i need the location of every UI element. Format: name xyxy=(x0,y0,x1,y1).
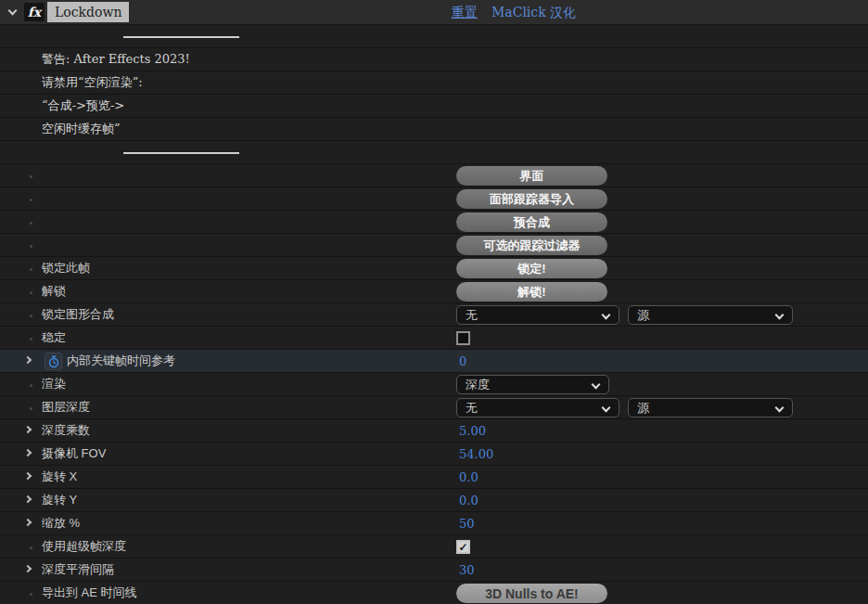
row-precompose: 预合成 xyxy=(0,211,868,234)
param-label: 内部关键帧时间参考 xyxy=(67,350,175,372)
warning-text: 请禁用“空闲渲染”: xyxy=(42,71,143,94)
warning-text: 警告: After Effects 2023! xyxy=(42,48,190,71)
effect-controls-panel: fx Lockdown 重置 MaClick 汉化 警告: After Effe… xyxy=(0,0,868,604)
row-tracking-filter: 可选的跟踪过滤器 xyxy=(0,234,868,257)
dropdown-value: 深度 xyxy=(466,377,490,393)
divider-row xyxy=(0,25,868,48)
param-label: 摄像机 FOV xyxy=(42,443,106,465)
row-marker-dot xyxy=(30,593,32,596)
expand-chevron-icon[interactable] xyxy=(25,427,32,433)
row-depth-smoothing-interval: 深度平滑间隔 30 xyxy=(0,559,868,582)
row-rotation-x: 旋转 X 0.0 xyxy=(0,466,868,489)
row-face-tracker-import: 面部跟踪器导入 xyxy=(0,187,868,211)
expand-chevron-icon[interactable] xyxy=(25,496,32,503)
row-camera-fov: 摄像机 FOV 54.00 xyxy=(0,443,868,466)
reset-link[interactable]: 重置 xyxy=(452,5,478,21)
row-marker-dot xyxy=(30,222,32,225)
row-scale-pct: 缩放 % 50 xyxy=(0,512,868,535)
row-marker-dot xyxy=(30,245,32,248)
param-label: 使用超级帧深度 xyxy=(42,535,126,558)
param-label: 深度乘数 xyxy=(42,419,90,442)
row-marker-dot xyxy=(30,546,32,549)
row-depth-multiplier: 深度乘数 5.00 xyxy=(0,419,868,443)
unlock-button[interactable]: 解锁! xyxy=(456,282,607,302)
param-label: 锁定此帧 xyxy=(42,257,90,279)
stabilize-checkbox[interactable]: ✓ xyxy=(456,331,470,345)
param-value[interactable]: 30 xyxy=(459,559,475,581)
param-label: 稳定 xyxy=(42,327,66,349)
nulls-to-ae-button[interactable]: 3D Nulls to AE! xyxy=(456,584,607,603)
param-label: 渲染 xyxy=(42,373,66,395)
param-value[interactable]: 0.0 xyxy=(459,466,479,488)
row-marker-dot xyxy=(30,315,32,317)
precompose-button[interactable]: 预合成 xyxy=(456,212,607,232)
fx-effect-icon[interactable]: fx xyxy=(24,3,45,21)
source-select-dropdown[interactable]: 源 xyxy=(628,305,793,325)
param-value[interactable]: 0 xyxy=(459,350,466,372)
warning-row-1: 警告: After Effects 2023! xyxy=(0,48,868,71)
warning-row-3: “合成->预览-> xyxy=(0,95,868,118)
divider-line xyxy=(123,152,239,154)
param-label: 缩放 % xyxy=(42,512,80,534)
param-value[interactable]: 54.00 xyxy=(459,443,493,465)
dropdown-value: 无 xyxy=(466,307,478,324)
expand-chevron-icon[interactable] xyxy=(25,357,32,364)
row-lock-graphics-comp: 锁定图形合成 无 源 xyxy=(0,303,868,327)
dropdown-value: 源 xyxy=(637,307,649,324)
dropdown-value: 无 xyxy=(466,400,478,417)
divider-row xyxy=(0,141,868,164)
localization-link[interactable]: MaClick 汉化 xyxy=(491,5,576,21)
chevron-down-icon xyxy=(592,380,601,390)
effect-name-field[interactable]: Lockdown xyxy=(47,2,129,22)
row-marker-dot xyxy=(30,268,32,271)
layer-select-dropdown[interactable]: 无 xyxy=(456,305,619,325)
param-label: 导出到 AE 时间线 xyxy=(42,582,137,604)
row-stabilize: 稳定 ✓ xyxy=(0,327,868,350)
param-label: 解锁 xyxy=(42,280,66,302)
effect-header: fx Lockdown 重置 MaClick 汉化 xyxy=(0,0,868,25)
row-unlock: 解锁 解锁! xyxy=(0,280,868,303)
chevron-down-icon xyxy=(602,311,611,320)
warning-text: “合成->预览-> xyxy=(42,95,124,117)
row-lock-this-frame: 锁定此帧 锁定! xyxy=(0,257,868,280)
param-label: 旋转 X xyxy=(42,466,77,488)
param-value[interactable]: 0.0 xyxy=(459,489,479,511)
interface-button[interactable]: 界面 xyxy=(456,166,607,186)
param-label: 深度平滑间隔 xyxy=(42,559,114,581)
warning-text: 空闲时缓存帧” xyxy=(42,118,121,140)
render-mode-dropdown[interactable]: 深度 xyxy=(456,375,609,394)
row-use-super-frame-depth: 使用超级帧深度 ✓ xyxy=(0,535,868,559)
super-frame-depth-checkbox[interactable]: ✓ xyxy=(456,540,470,554)
row-layer-depth: 图层深度 无 源 xyxy=(0,396,868,419)
param-label: 锁定图形合成 xyxy=(42,303,114,326)
lock-button[interactable]: 锁定! xyxy=(456,259,607,278)
tracking-filter-button[interactable]: 可选的跟踪过滤器 xyxy=(456,236,607,255)
warning-row-2: 请禁用“空闲渲染”: xyxy=(0,71,868,95)
collapse-chevron-icon[interactable] xyxy=(0,0,24,25)
expand-chevron-icon[interactable] xyxy=(25,450,32,456)
row-interface: 界面 xyxy=(0,164,868,187)
expand-chevron-icon[interactable] xyxy=(25,566,32,572)
row-rotation-y: 旋转 Y 0.0 xyxy=(0,489,868,512)
expand-chevron-icon[interactable] xyxy=(25,473,32,480)
chevron-down-icon xyxy=(775,311,785,320)
header-links: 重置 MaClick 汉化 xyxy=(452,0,576,25)
row-marker-dot xyxy=(30,291,32,294)
layer-select-dropdown[interactable]: 无 xyxy=(456,398,619,418)
row-marker-dot xyxy=(30,407,32,410)
chevron-down-icon xyxy=(602,404,611,413)
row-marker-dot xyxy=(30,199,32,201)
source-select-dropdown[interactable]: 源 xyxy=(628,398,793,418)
chevron-down-icon xyxy=(775,404,785,413)
row-marker-dot xyxy=(30,384,32,387)
param-label: 图层深度 xyxy=(42,396,90,418)
param-value[interactable]: 5.00 xyxy=(459,419,486,442)
stopwatch-icon[interactable] xyxy=(45,353,62,370)
face-tracker-import-button[interactable]: 面部跟踪器导入 xyxy=(456,189,607,209)
checkmark-icon: ✓ xyxy=(458,542,467,553)
param-value[interactable]: 50 xyxy=(459,512,475,534)
expand-chevron-icon[interactable] xyxy=(25,520,32,526)
dropdown-value: 源 xyxy=(637,400,649,417)
warning-row-4: 空闲时缓存帧” xyxy=(0,118,868,141)
param-label: 旋转 Y xyxy=(42,489,77,511)
